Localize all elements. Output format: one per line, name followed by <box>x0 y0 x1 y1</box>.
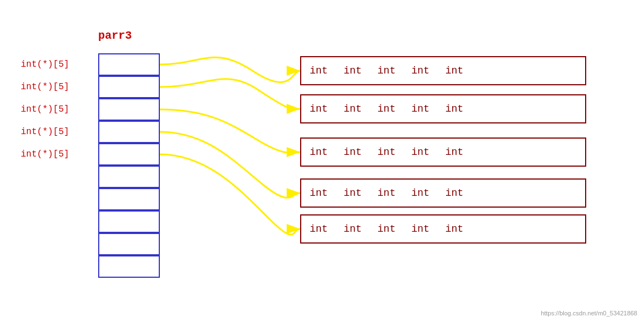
type-label-3: int(*)[5] <box>21 127 69 137</box>
int-item-1-1: int <box>343 103 361 114</box>
diagram-container: parr3 int(*)[5] int(*)[5] int(*)[5] int(… <box>0 0 644 321</box>
int-item-2-4: int <box>445 146 463 158</box>
int-item-4-3: int <box>411 223 429 235</box>
int-box-4: int int int int int <box>300 214 586 244</box>
int-item-2-3: int <box>411 146 429 158</box>
int-item-1-2: int <box>378 103 395 114</box>
parr3-label: parr3 <box>98 29 132 42</box>
int-items-0: int int int int int <box>310 65 463 76</box>
int-item-2-0: int <box>310 146 328 158</box>
int-item-4-1: int <box>343 223 361 235</box>
pointer-cell-5 <box>98 166 160 188</box>
pointer-cell-7 <box>98 210 160 233</box>
int-box-2: int int int int int <box>300 137 586 167</box>
int-item-4-0: int <box>310 223 328 235</box>
int-items-2: int int int int int <box>310 146 463 158</box>
watermark: https://blog.csdn.net/m0_53421868 <box>541 310 637 317</box>
pointer-cell-8 <box>98 233 160 255</box>
arrow-4 <box>160 154 300 235</box>
pointer-cell-2: int(*)[5] <box>98 98 160 121</box>
int-item-4-2: int <box>378 223 395 235</box>
int-item-0-0: int <box>310 65 328 76</box>
int-item-1-0: int <box>310 103 328 114</box>
int-item-2-1: int <box>343 146 361 158</box>
int-items-3: int int int int int <box>310 187 463 199</box>
int-box-1: int int int int int <box>300 94 586 123</box>
int-item-1-3: int <box>411 103 429 114</box>
arrow-3 <box>160 132 300 198</box>
arrow-0 <box>160 57 300 82</box>
type-label-1: int(*)[5] <box>21 82 69 92</box>
int-item-3-4: int <box>445 187 463 199</box>
pointer-cell-6 <box>98 188 160 210</box>
int-item-0-2: int <box>378 65 395 76</box>
int-box-0: int int int int int <box>300 56 586 85</box>
int-item-4-4: int <box>445 223 463 235</box>
pointer-cell-1: int(*)[5] <box>98 76 160 98</box>
int-item-3-2: int <box>378 187 395 199</box>
int-items-1: int int int int int <box>310 103 463 114</box>
int-item-0-1: int <box>343 65 361 76</box>
arrow-2 <box>160 109 300 153</box>
arrow-1 <box>160 79 300 109</box>
type-label-0: int(*)[5] <box>21 59 69 70</box>
int-item-0-4: int <box>445 65 463 76</box>
pointer-cell-3: int(*)[5] <box>98 121 160 143</box>
int-item-3-1: int <box>343 187 361 199</box>
type-label-4: int(*)[5] <box>21 149 69 159</box>
int-items-4: int int int int int <box>310 223 463 235</box>
int-item-0-3: int <box>411 65 429 76</box>
pointer-array: int(*)[5] int(*)[5] int(*)[5] int(*)[5] … <box>98 53 160 278</box>
int-box-3: int int int int int <box>300 178 586 208</box>
int-item-3-0: int <box>310 187 328 199</box>
pointer-cell-4: int(*)[5] <box>98 143 160 166</box>
pointer-cell-0: int(*)[5] <box>98 53 160 76</box>
int-item-2-2: int <box>378 146 395 158</box>
type-label-2: int(*)[5] <box>21 104 69 114</box>
int-item-3-3: int <box>411 187 429 199</box>
int-item-1-4: int <box>445 103 463 114</box>
pointer-cell-9 <box>98 255 160 278</box>
